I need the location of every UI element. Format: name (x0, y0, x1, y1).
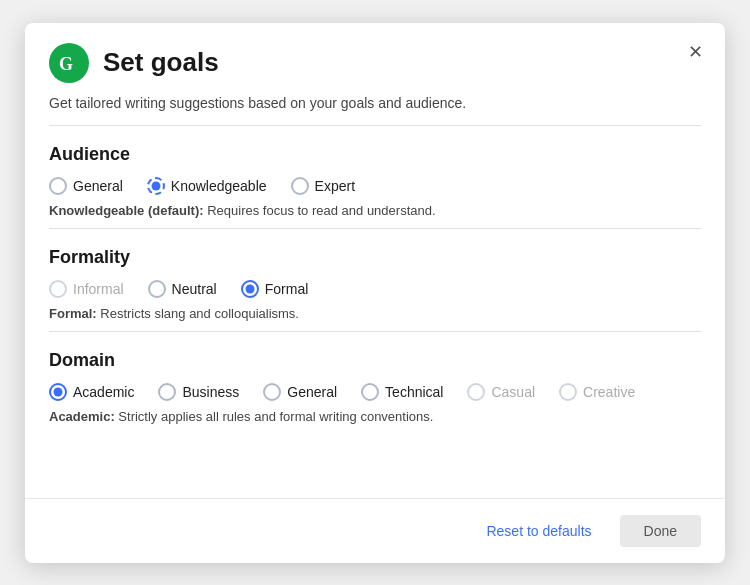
formality-neutral[interactable]: Neutral (148, 280, 217, 298)
formality-radio-group: Informal Neutral Formal (49, 280, 701, 298)
formality-section: Formality Informal Neutral Formal Formal… (25, 229, 725, 331)
formality-formal-label: Formal (265, 281, 309, 297)
domain-section: Domain Academic Business General Technic… (25, 332, 725, 434)
svg-text:G: G (59, 54, 73, 74)
domain-business-radio[interactable] (158, 383, 176, 401)
domain-casual-label: Casual (491, 384, 535, 400)
audience-general-radio[interactable] (49, 177, 67, 195)
domain-description: Academic: Strictly applies all rules and… (49, 409, 701, 424)
audience-expert-radio[interactable] (291, 177, 309, 195)
audience-expert-label: Expert (315, 178, 355, 194)
domain-casual-radio (467, 383, 485, 401)
formality-informal: Informal (49, 280, 124, 298)
audience-description-text: Requires focus to read and understand. (204, 203, 436, 218)
audience-title: Audience (49, 144, 701, 165)
formality-neutral-label: Neutral (172, 281, 217, 297)
dialog-header: G Set goals ✕ (25, 23, 725, 95)
domain-general-label: General (287, 384, 337, 400)
domain-business[interactable]: Business (158, 383, 239, 401)
formality-informal-label: Informal (73, 281, 124, 297)
audience-description: Knowledgeable (default): Requires focus … (49, 203, 701, 218)
audience-general[interactable]: General (49, 177, 123, 195)
dialog-subtitle: Get tailored writing suggestions based o… (25, 95, 725, 125)
dialog-footer: Reset to defaults Done (25, 498, 725, 563)
formality-description-text: Restricts slang and colloquialisms. (97, 306, 299, 321)
domain-technical[interactable]: Technical (361, 383, 443, 401)
domain-technical-label: Technical (385, 384, 443, 400)
grammarly-logo: G (49, 43, 89, 83)
audience-radio-group: General Knowledgeable Expert (49, 177, 701, 195)
formality-formal-radio[interactable] (241, 280, 259, 298)
dialog-title: Set goals (103, 47, 219, 78)
audience-knowledgeable-label: Knowledgeable (171, 178, 267, 194)
domain-academic[interactable]: Academic (49, 383, 134, 401)
domain-creative-label: Creative (583, 384, 635, 400)
domain-description-prefix: Academic: (49, 409, 115, 424)
formality-neutral-radio[interactable] (148, 280, 166, 298)
domain-academic-radio[interactable] (49, 383, 67, 401)
domain-description-text: Strictly applies all rules and formal wr… (115, 409, 434, 424)
formality-formal[interactable]: Formal (241, 280, 309, 298)
domain-general[interactable]: General (263, 383, 337, 401)
formality-informal-radio (49, 280, 67, 298)
close-button[interactable]: ✕ (684, 39, 707, 65)
audience-description-prefix: Knowledgeable (default): (49, 203, 204, 218)
audience-section: Audience General Knowledgeable Expert Kn… (25, 126, 725, 228)
audience-knowledgeable-radio[interactable] (147, 177, 165, 195)
domain-creative: Creative (559, 383, 635, 401)
domain-title: Domain (49, 350, 701, 371)
audience-general-label: General (73, 178, 123, 194)
audience-knowledgeable[interactable]: Knowledgeable (147, 177, 267, 195)
domain-creative-radio (559, 383, 577, 401)
domain-radio-group: Academic Business General Technical Casu… (49, 383, 701, 401)
domain-general-radio[interactable] (263, 383, 281, 401)
formality-description-prefix: Formal: (49, 306, 97, 321)
formality-description: Formal: Restricts slang and colloquialis… (49, 306, 701, 321)
domain-academic-label: Academic (73, 384, 134, 400)
formality-title: Formality (49, 247, 701, 268)
domain-technical-radio[interactable] (361, 383, 379, 401)
set-goals-dialog: G Set goals ✕ Get tailored writing sugge… (25, 23, 725, 563)
done-button[interactable]: Done (620, 515, 701, 547)
reset-defaults-button[interactable]: Reset to defaults (474, 515, 603, 547)
audience-expert[interactable]: Expert (291, 177, 355, 195)
domain-business-label: Business (182, 384, 239, 400)
domain-casual: Casual (467, 383, 535, 401)
